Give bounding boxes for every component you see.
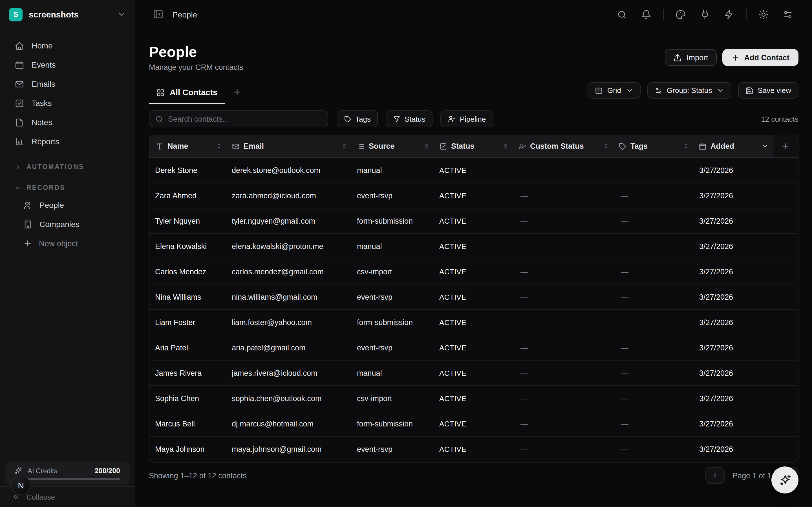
cell-added[interactable]: 3/27/2026	[693, 411, 772, 436]
cell-custom_status[interactable]: —	[512, 360, 612, 385]
cell-added[interactable]: 3/27/2026	[693, 183, 772, 208]
filter-chip-pipeline[interactable]: Pipeline	[441, 110, 493, 127]
cell-email[interactable]: nina.williams@gmail.com	[225, 284, 351, 309]
cell-custom_status[interactable]: —	[512, 284, 612, 309]
cell-name[interactable]: Elena Kowalski	[149, 234, 225, 259]
sidebar-item-tasks[interactable]: Tasks	[0, 94, 135, 113]
search-icon[interactable]	[613, 6, 630, 23]
cell-custom_status[interactable]: —	[512, 386, 612, 411]
cell-added[interactable]: 3/27/2026	[693, 158, 772, 182]
table-row[interactable]: Zara Ahmedzara.ahmed@icloud.comevent-rsv…	[149, 183, 798, 209]
cell-tags[interactable]: —	[612, 183, 693, 208]
cell-custom_status[interactable]: —	[512, 209, 612, 233]
bell-icon[interactable]	[638, 6, 655, 23]
cell-name[interactable]: Liam Foster	[149, 310, 225, 335]
column-header-tags[interactable]: Tags	[612, 135, 693, 157]
cell-status[interactable]: ACTIVE	[433, 234, 512, 259]
cell-name[interactable]: James Rivera	[149, 360, 225, 385]
cell-source[interactable]: event-rsvp	[351, 437, 433, 462]
cell-tags[interactable]: —	[612, 158, 693, 182]
sort-desc-icon[interactable]	[761, 143, 769, 150]
column-header-custom-status[interactable]: Custom Status	[512, 135, 612, 157]
cell-custom_status[interactable]: —	[512, 310, 612, 335]
import-button[interactable]: Import	[665, 49, 717, 66]
table-row[interactable]: Nina Williamsnina.williams@gmail.comeven…	[149, 284, 798, 310]
palette-icon[interactable]	[672, 6, 689, 23]
cell-tags[interactable]: —	[612, 284, 693, 309]
zap-icon[interactable]	[721, 6, 738, 23]
cell-tags[interactable]: —	[612, 437, 693, 462]
column-header-status[interactable]: Status	[433, 135, 512, 157]
cell-tags[interactable]: —	[612, 360, 693, 385]
cell-tags[interactable]: —	[612, 386, 693, 411]
cell-tags[interactable]: —	[612, 259, 693, 284]
cell-email[interactable]: derek.stone@outlook.com	[225, 158, 351, 182]
filter-chip-status[interactable]: Status	[386, 110, 433, 127]
table-row[interactable]: Maya Johnsonmaya.johnson@gmail.comevent-…	[149, 437, 798, 462]
save-view-button[interactable]: Save view	[738, 82, 799, 99]
sidebar-item-people[interactable]: People	[0, 195, 135, 215]
cell-name[interactable]: Tyler Nguyen	[149, 209, 225, 233]
cell-added[interactable]: 3/27/2026	[693, 335, 772, 360]
cell-source[interactable]: csv-import	[351, 386, 433, 411]
cell-added[interactable]: 3/27/2026	[693, 234, 772, 259]
user-avatar[interactable]: N	[11, 475, 31, 495]
cell-status[interactable]: ACTIVE	[433, 259, 512, 284]
cell-added[interactable]: 3/27/2026	[693, 310, 772, 335]
sidebar-section-records[interactable]: RECORDS	[0, 180, 135, 195]
cell-tags[interactable]: —	[612, 234, 693, 259]
sidebar-item-companies[interactable]: Companies	[0, 215, 135, 234]
table-row[interactable]: Liam Fosterliam.foster@yahoo.comform-sub…	[149, 310, 798, 335]
column-header-source[interactable]: Source	[351, 135, 433, 157]
table-row[interactable]: Marcus Belldj.marcus@hotmail.comform-sub…	[149, 411, 798, 437]
sidebar-item-home[interactable]: Home	[0, 36, 135, 55]
cell-source[interactable]: manual	[351, 234, 433, 259]
cell-email[interactable]: james.rivera@icloud.com	[225, 360, 351, 385]
table-row[interactable]: Sophia Chensophia.chen@outlook.comcsv-im…	[149, 386, 798, 411]
cell-name[interactable]: Maya Johnson	[149, 437, 225, 462]
cell-source[interactable]: manual	[351, 360, 433, 385]
cell-email[interactable]: zara.ahmed@icloud.com	[225, 183, 351, 208]
sun-icon[interactable]	[755, 6, 772, 23]
cell-source[interactable]: form-submission	[351, 310, 433, 335]
workspace-switcher[interactable]: S screenshots	[0, 0, 135, 29]
table-row[interactable]: Elena Kowalskielena.kowalski@proton.mema…	[149, 234, 798, 259]
sort-updown-icon[interactable]	[341, 143, 347, 149]
cell-source[interactable]: event-rsvp	[351, 284, 433, 309]
sort-updown-icon[interactable]	[423, 143, 430, 149]
cell-added[interactable]: 3/27/2026	[693, 437, 772, 462]
filter-chip-tags[interactable]: Tags	[337, 110, 378, 127]
search-input[interactable]	[168, 115, 322, 123]
cell-custom_status[interactable]: —	[512, 437, 612, 462]
sort-updown-icon[interactable]	[502, 143, 509, 149]
cell-custom_status[interactable]: —	[512, 158, 612, 182]
cell-email[interactable]: sophia.chen@outlook.com	[225, 386, 351, 411]
cell-name[interactable]: Sophia Chen	[149, 386, 225, 411]
cell-name[interactable]: Carlos Mendez	[149, 259, 225, 284]
cell-status[interactable]: ACTIVE	[433, 386, 512, 411]
sidebar-item-new-object[interactable]: New object	[0, 234, 135, 253]
sidebar-item-notes[interactable]: Notes	[0, 113, 135, 132]
add-contact-button[interactable]: Add Contact	[722, 49, 799, 66]
table-row[interactable]: Tyler Nguyentyler.nguyen@gmail.comform-s…	[149, 209, 798, 234]
cell-email[interactable]: carlos.mendez@gmail.com	[225, 259, 351, 284]
cell-status[interactable]: ACTIVE	[433, 310, 512, 335]
table-row[interactable]: James Riverajames.rivera@icloud.commanua…	[149, 360, 798, 386]
cell-status[interactable]: ACTIVE	[433, 437, 512, 462]
prev-page-button[interactable]	[705, 467, 725, 484]
cell-status[interactable]: ACTIVE	[433, 183, 512, 208]
cell-custom_status[interactable]: —	[512, 259, 612, 284]
cell-added[interactable]: 3/27/2026	[693, 360, 772, 385]
breadcrumb[interactable]: People	[172, 10, 197, 19]
search-contacts-box[interactable]	[149, 110, 328, 127]
sort-updown-icon[interactable]	[216, 143, 222, 149]
cell-email[interactable]: liam.foster@yahoo.com	[225, 310, 351, 335]
cell-tags[interactable]: —	[612, 411, 693, 436]
cell-custom_status[interactable]: —	[512, 183, 612, 208]
cell-source[interactable]: form-submission	[351, 411, 433, 436]
column-header-name[interactable]: Name	[149, 135, 225, 157]
cell-added[interactable]: 3/27/2026	[693, 259, 772, 284]
cell-source[interactable]: csv-import	[351, 259, 433, 284]
table-row[interactable]: Derek Stonederek.stone@outlook.commanual…	[149, 158, 798, 183]
cell-source[interactable]: manual	[351, 158, 433, 182]
